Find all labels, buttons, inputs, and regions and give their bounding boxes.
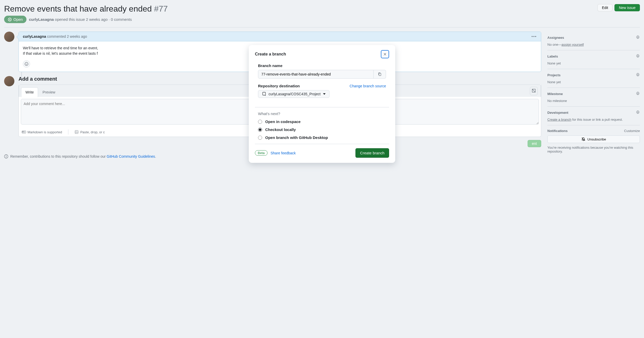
create-branch-link[interactable]: Create a branch — [547, 118, 571, 121]
repo-dest-label: Repository destination — [258, 84, 300, 88]
share-feedback-link[interactable]: Share feedback — [271, 151, 296, 155]
comment-header: curlyLasagna commented 2 weeks ago — [23, 34, 87, 39]
notifications-title: Notifications — [547, 129, 568, 133]
tab-write[interactable]: Write — [21, 87, 38, 97]
avatar[interactable] — [4, 76, 14, 86]
markdown-icon — [22, 130, 26, 134]
gear-icon[interactable] — [636, 54, 640, 59]
create-branch-modal: Create a branch Branch name Repository d… — [249, 45, 395, 163]
unsubscribe-button[interactable]: Unsubscribe — [547, 135, 640, 143]
branch-name-label: Branch name — [258, 63, 386, 68]
svg-point-1 — [9, 19, 10, 20]
labels-value: None yet — [547, 61, 640, 65]
radio-checkout-locally[interactable]: Checkout locally — [258, 127, 386, 132]
assignees-value: No one—assign yourself — [547, 43, 640, 46]
svg-rect-11 — [6, 156, 6, 157]
labels-title: Labels — [547, 54, 558, 58]
bell-slash-icon — [581, 137, 585, 141]
info-icon — [4, 154, 8, 158]
submit-comment-button[interactable]: ent — [528, 140, 541, 147]
beta-badge: Beta — [255, 150, 268, 156]
edit-button[interactable]: Edit — [597, 4, 612, 11]
guidelines-link[interactable]: GitHub Community Guidelines — [107, 154, 155, 158]
svg-point-4 — [27, 63, 27, 64]
branch-name-input[interactable] — [258, 70, 374, 79]
kebab-icon[interactable]: ••• — [531, 34, 537, 39]
tab-preview[interactable]: Preview — [38, 87, 60, 97]
issue-open-icon — [8, 17, 12, 22]
change-branch-source-link[interactable]: Change branch source — [349, 84, 386, 88]
avatar[interactable] — [4, 32, 14, 42]
notification-note: You're receiving notifications because y… — [547, 146, 640, 153]
issue-number: #77 — [154, 4, 168, 13]
whats-next-label: What's next? — [258, 111, 386, 116]
gear-icon[interactable] — [636, 91, 640, 96]
repo-select[interactable]: curlyLasagna/COSC435_Project — [258, 90, 329, 98]
projects-value: None yet — [547, 80, 640, 84]
copy-button[interactable] — [374, 70, 386, 79]
create-branch-button[interactable]: Create branch — [355, 148, 389, 158]
fullscreen-icon[interactable] — [530, 87, 538, 95]
milestone-title: Milestone — [547, 92, 563, 96]
svg-rect-12 — [379, 73, 381, 76]
modal-title: Create a branch — [255, 52, 286, 57]
repo-icon — [262, 92, 266, 96]
reaction-button[interactable] — [23, 60, 30, 68]
svg-point-8 — [76, 131, 76, 132]
issue-title: Remove events that have already ended #7… — [4, 4, 168, 14]
state-badge: Open — [4, 16, 26, 23]
svg-point-3 — [26, 63, 26, 64]
assign-yourself-link[interactable]: assign yourself — [562, 43, 584, 46]
assignees-title: Assignees — [547, 36, 564, 40]
gear-icon[interactable] — [636, 35, 640, 40]
svg-point-10 — [6, 155, 6, 156]
new-issue-button[interactable]: New issue — [614, 4, 640, 11]
radio-github-desktop[interactable]: Open branch with GitHub Desktop — [258, 135, 386, 140]
development-value: Create a branch for this issue or link a… — [547, 118, 640, 121]
gear-icon[interactable] — [636, 73, 640, 78]
milestone-value: No milestone — [547, 99, 640, 103]
close-icon — [383, 52, 387, 56]
copy-icon — [378, 72, 382, 76]
gear-icon[interactable] — [636, 110, 640, 115]
close-button[interactable] — [381, 50, 389, 58]
projects-title: Projects — [547, 73, 560, 77]
radio-codespace[interactable]: Open in codespace — [258, 119, 386, 124]
issue-meta: curlyLasagna opened this issue 2 weeks a… — [29, 17, 132, 22]
caret-down-icon — [323, 93, 326, 95]
paste-note[interactable]: Paste, drop, or c — [75, 130, 105, 134]
svg-point-2 — [25, 62, 28, 66]
image-icon — [75, 130, 79, 134]
development-title: Development — [547, 111, 568, 115]
smiley-icon — [24, 62, 29, 66]
markdown-note[interactable]: Markdown is supported — [22, 130, 62, 134]
customize-link[interactable]: Customize — [624, 129, 640, 133]
